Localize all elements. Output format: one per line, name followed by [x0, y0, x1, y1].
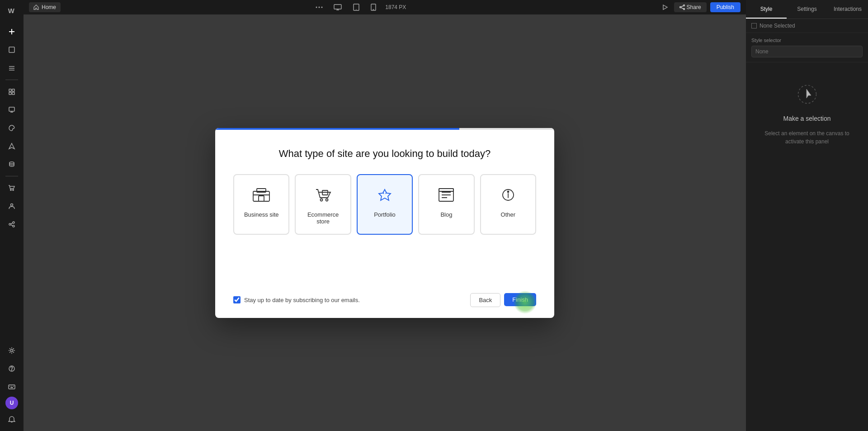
breakpoint-mobile-icon[interactable]	[369, 2, 378, 13]
other-card[interactable]: Other	[480, 174, 536, 235]
breakpoint-tablet-icon[interactable]	[351, 2, 362, 13]
finish-button-wrapper: Finish	[504, 293, 536, 307]
integrations-icon[interactable]	[4, 216, 20, 232]
home-tab[interactable]: Home	[29, 2, 61, 12]
notifications-icon[interactable]	[4, 411, 20, 427]
svg-rect-48	[253, 191, 269, 201]
user-avatar[interactable]: U	[5, 397, 18, 409]
tab-settings[interactable]: Settings	[787, 0, 827, 19]
top-bar: Home	[24, 0, 746, 14]
breakpoint-desktop-icon[interactable]	[332, 2, 344, 13]
svg-point-53	[326, 199, 328, 201]
business-site-card[interactable]: Business site	[233, 174, 289, 235]
publish-button[interactable]: Publish	[710, 2, 741, 12]
canvas-area[interactable]: What type of site are you looking to bui…	[24, 14, 746, 431]
svg-marker-14	[9, 143, 14, 149]
svg-rect-27	[9, 385, 15, 389]
none-selected-label: None Selected	[760, 23, 795, 29]
more-options-btn[interactable]	[314, 5, 325, 10]
portfolio-icon	[374, 184, 396, 206]
finish-button[interactable]: Finish	[504, 293, 536, 306]
svg-rect-59	[439, 189, 453, 191]
style-selector-label: Style selector	[751, 38, 863, 43]
svg-point-44	[683, 9, 684, 10]
svg-rect-35	[334, 5, 341, 9]
users-icon[interactable]	[4, 198, 20, 214]
back-button[interactable]: Back	[470, 293, 500, 307]
tab-interactions[interactable]: Interactions	[827, 0, 868, 19]
none-selected-row: None Selected	[746, 19, 868, 33]
subscribe-label[interactable]: Stay up to date by subscribing to our em…	[233, 296, 360, 303]
progress-bar	[215, 128, 554, 130]
site-type-grid: Business site Ecommerce store	[233, 174, 536, 235]
svg-point-34	[321, 7, 323, 8]
svg-point-61	[507, 191, 509, 192]
subscribe-checkbox[interactable]	[233, 296, 241, 303]
keyboard-icon[interactable]	[4, 379, 20, 395]
help-icon[interactable]	[4, 360, 20, 377]
svg-line-22	[11, 223, 13, 224]
business-site-label: Business site	[244, 211, 279, 218]
portfolio-label: Portfolio	[374, 211, 396, 218]
sidebar-divider-2	[5, 176, 18, 176]
styles-icon[interactable]	[4, 120, 20, 136]
layers-icon[interactable]	[4, 60, 20, 76]
right-panel: Style Settings Interactions None Selecte…	[746, 0, 868, 431]
cursor-icon	[793, 81, 821, 108]
svg-point-33	[319, 7, 320, 8]
svg-point-24	[11, 350, 13, 352]
subscribe-text: Stay up to date by subscribing to our em…	[244, 297, 360, 303]
svg-rect-10	[12, 92, 14, 95]
svg-rect-11	[9, 107, 14, 111]
preview-icon[interactable]	[660, 2, 670, 13]
tab-settings-label: Settings	[797, 6, 816, 12]
ecommerce-icon[interactable]	[4, 180, 20, 196]
svg-point-16	[10, 189, 11, 190]
assets-icon[interactable]	[4, 102, 20, 118]
panel-tabs: Style Settings Interactions	[746, 0, 868, 19]
left-sidebar: W	[0, 0, 24, 431]
business-site-icon	[250, 184, 272, 206]
svg-rect-9	[9, 92, 11, 95]
tab-style-label: Style	[760, 6, 773, 12]
svg-rect-50	[259, 196, 264, 201]
top-bar-center: 1874 PX	[64, 2, 656, 13]
style-selector-input[interactable]	[751, 46, 863, 57]
progress-fill	[215, 128, 459, 130]
portfolio-card[interactable]: Portfolio	[357, 174, 413, 235]
svg-point-45	[679, 7, 681, 8]
blog-label: Blog	[440, 211, 452, 218]
interactions-icon[interactable]	[4, 138, 20, 154]
ecommerce-card[interactable]: Ecommerce store	[295, 174, 351, 235]
svg-rect-3	[9, 47, 14, 52]
svg-line-46	[681, 6, 683, 7]
svg-point-52	[320, 199, 322, 201]
svg-marker-42	[663, 5, 667, 9]
share-button[interactable]: Share	[674, 2, 707, 12]
other-label: Other	[501, 211, 516, 218]
modal-body: What type of site are you looking to bui…	[215, 130, 554, 286]
svg-line-47	[681, 8, 683, 9]
pages-icon[interactable]	[4, 42, 20, 58]
site-type-modal: What type of site are you looking to bui…	[215, 128, 554, 318]
svg-point-15	[9, 162, 14, 164]
home-tab-label: Home	[42, 4, 56, 10]
add-element-icon[interactable]	[4, 24, 20, 40]
make-selection-desc: Select an element on the canvas to activ…	[755, 129, 859, 146]
blog-card[interactable]: Blog	[418, 174, 474, 235]
webflow-logo[interactable]: W	[5, 4, 19, 18]
sidebar-divider-1	[5, 80, 18, 80]
make-selection-title: Make a selection	[783, 115, 830, 122]
style-selector-section: Style selector	[746, 33, 868, 62]
cms-icon[interactable]	[4, 156, 20, 172]
svg-point-32	[316, 7, 317, 8]
tab-interactions-label: Interactions	[834, 6, 862, 12]
tab-style[interactable]: Style	[746, 0, 787, 19]
svg-rect-54	[322, 190, 328, 195]
sidebar-bottom: U	[4, 342, 20, 427]
svg-point-17	[13, 189, 14, 190]
modal-title: What type of site are you looking to bui…	[233, 148, 536, 160]
other-icon	[497, 184, 519, 206]
components-icon[interactable]	[4, 84, 20, 100]
settings-sidebar-icon[interactable]	[4, 342, 20, 359]
